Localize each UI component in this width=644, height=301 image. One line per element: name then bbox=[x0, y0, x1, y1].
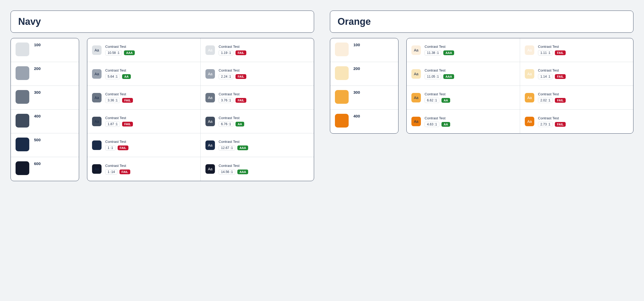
contrast-badge: FAIL bbox=[555, 74, 566, 79]
color-swatch bbox=[16, 66, 29, 80]
contrast-badge: AAA bbox=[124, 50, 135, 55]
shade-label: 100 bbox=[34, 43, 41, 47]
contrast-row: AaContrast Test6.62 :1AAAaContrast Test2… bbox=[407, 86, 633, 110]
contrast-cell-dark: AaContrast Test10.58 :1AAA bbox=[87, 38, 201, 62]
contrast-badge: FAIL bbox=[555, 98, 566, 103]
contrast-test-label: Contrast Test bbox=[425, 45, 454, 49]
contrast-badge: FAIL bbox=[555, 50, 566, 55]
contrast-cell-dark: AaContrast Test11.38 :1AAA bbox=[407, 38, 520, 62]
contrast-cell-light: AaContrast Test6.76 :1AA bbox=[201, 110, 314, 133]
color-family-title: Orange bbox=[338, 16, 626, 27]
contrast-sample-box: Aa bbox=[205, 93, 215, 102]
contrast-ratio: 1.19 :1 bbox=[219, 50, 233, 55]
contrast-sample-box: Aa bbox=[411, 45, 421, 55]
contrast-row: AaContrast Test3.36 :1FAILAaContrast Tes… bbox=[87, 86, 314, 110]
contrast-sample-box: Aa bbox=[205, 45, 215, 55]
contrast-badge: FAIL bbox=[122, 98, 133, 103]
swatch-row: 500 bbox=[11, 133, 79, 157]
color-swatch bbox=[335, 90, 349, 104]
contrast-cell-light: AaContrast Test1.14 :1FAIL bbox=[520, 62, 633, 86]
contrast-test-label: Contrast Test bbox=[219, 68, 246, 72]
contrast-ratio: 3.36 :1 bbox=[105, 98, 120, 103]
swatch-row: 200 bbox=[11, 62, 79, 86]
swatch-row: 400 bbox=[330, 110, 398, 133]
contrast-row: AaContrast Test11.05 :1AAAAaContrast Tes… bbox=[407, 62, 633, 86]
contrast-ratio: 2.24 :1 bbox=[219, 74, 233, 79]
contrast-cell-dark: AaContrast Test1.87 :1FAIL bbox=[87, 110, 201, 133]
contrast-row: AaContrast Test1.87 :1FAILAaContrast Tes… bbox=[87, 110, 314, 133]
contrast-badge: AAA bbox=[443, 74, 454, 79]
shade-label: 100 bbox=[353, 43, 360, 47]
contrast-sample-box: Aa bbox=[411, 117, 421, 126]
contrast-cell-light: AaContrast Test3.76 :1FAIL bbox=[201, 86, 314, 109]
contrast-badge: AA bbox=[441, 122, 450, 127]
contrast-sample-box: Aa bbox=[92, 69, 102, 79]
contrast-ratio: 11.05 :1 bbox=[425, 74, 441, 79]
contrast-ratio: 1.11 :1 bbox=[538, 50, 553, 55]
contrast-cell-light: AaContrast Test1.11 :1FAIL bbox=[520, 38, 633, 62]
contrast-ratio: 12.67 :1 bbox=[219, 145, 235, 150]
contrast-test-label: Contrast Test bbox=[219, 45, 246, 49]
contrast-panel: AaContrast Test11.38 :1AAAAaContrast Tes… bbox=[406, 38, 633, 134]
contrast-badge: AAA bbox=[237, 170, 248, 174]
contrast-sample-box: Aa bbox=[205, 117, 215, 126]
contrast-ratio: 6.76 :1 bbox=[219, 121, 233, 127]
contrast-sample-box: Aa bbox=[411, 93, 421, 102]
contrast-ratio: 1.87 :1 bbox=[105, 121, 120, 127]
contrast-badge: FAIL bbox=[555, 122, 566, 127]
contrast-badge: AA bbox=[441, 98, 450, 103]
contrast-ratio: 14.56 :1 bbox=[219, 169, 235, 175]
contrast-test-label: Contrast Test bbox=[538, 68, 566, 72]
contrast-row: AaContrast Test4.63 :1AAAaContrast Test2… bbox=[407, 110, 633, 133]
contrast-row: AaContrast Test1 :14FAILAaContrast Test1… bbox=[87, 157, 314, 181]
contrast-sample-box: Aa bbox=[205, 69, 215, 79]
contrast-ratio: 3.76 :1 bbox=[219, 98, 233, 103]
contrast-sample-box: Aa bbox=[92, 117, 102, 126]
contrast-cell-dark: AaContrast Test11.05 :1AAA bbox=[407, 62, 520, 86]
contrast-badge: FAIL bbox=[118, 145, 128, 150]
contrast-ratio: 1 :14 bbox=[105, 169, 117, 175]
contrast-row: AaContrast Test1 :1FAILAaContrast Test12… bbox=[87, 133, 314, 157]
contrast-test-label: Contrast Test bbox=[105, 45, 135, 49]
contrast-cell-light: AaContrast Test1.19 :1FAIL bbox=[201, 38, 314, 62]
color-swatch bbox=[16, 138, 29, 151]
swatch-row: 300 bbox=[11, 86, 79, 110]
contrast-sample-box: Aa bbox=[525, 45, 534, 55]
contrast-badge: AA bbox=[236, 122, 244, 126]
swatch-row: 400 bbox=[11, 110, 79, 133]
contrast-cell-dark: AaContrast Test1 :1FAIL bbox=[87, 133, 201, 157]
contrast-badge: FAIL bbox=[236, 50, 246, 55]
contrast-sample-box: Aa bbox=[525, 69, 534, 79]
contrast-sample-box: Aa bbox=[411, 69, 421, 79]
contrast-sample-box: Aa bbox=[205, 140, 215, 150]
contrast-panel: AaContrast Test10.58 :1AAAAaContrast Tes… bbox=[87, 38, 314, 181]
swatch-row: 600 bbox=[11, 157, 79, 181]
contrast-sample-box: Aa bbox=[92, 164, 102, 174]
contrast-test-label: Contrast Test bbox=[105, 68, 131, 72]
color-family-title: Navy bbox=[18, 16, 306, 27]
contrast-badge: FAIL bbox=[236, 74, 246, 79]
contrast-test-label: Contrast Test bbox=[425, 68, 454, 72]
contrast-cell-dark: AaContrast Test1 :14FAIL bbox=[87, 157, 201, 181]
contrast-cell-dark: AaContrast Test5.64 :1AA bbox=[87, 62, 201, 86]
contrast-test-label: Contrast Test bbox=[105, 140, 128, 144]
contrast-test-label: Contrast Test bbox=[425, 116, 450, 120]
contrast-row: AaContrast Test11.38 :1AAAAaContrast Tes… bbox=[407, 38, 633, 62]
color-swatch bbox=[16, 43, 29, 56]
contrast-test-label: Contrast Test bbox=[219, 164, 248, 168]
contrast-ratio: 2.02 :1 bbox=[538, 98, 553, 103]
color-swatch bbox=[335, 66, 349, 80]
contrast-ratio: 5.64 :1 bbox=[105, 74, 120, 79]
contrast-badge: FAIL bbox=[236, 98, 246, 103]
contrast-cell-dark: AaContrast Test4.63 :1AA bbox=[407, 110, 520, 133]
color-swatch bbox=[16, 90, 29, 104]
contrast-test-label: Contrast Test bbox=[105, 92, 133, 96]
shade-label: 300 bbox=[353, 90, 360, 95]
contrast-sample-box: Aa bbox=[525, 93, 534, 102]
swatch-row: 100 bbox=[11, 38, 79, 62]
contrast-test-label: Contrast Test bbox=[219, 116, 244, 120]
contrast-sample-box: Aa bbox=[92, 93, 102, 102]
contrast-ratio: 1 :1 bbox=[105, 145, 116, 150]
color-swatch bbox=[335, 43, 349, 56]
shade-label: 300 bbox=[34, 90, 41, 95]
